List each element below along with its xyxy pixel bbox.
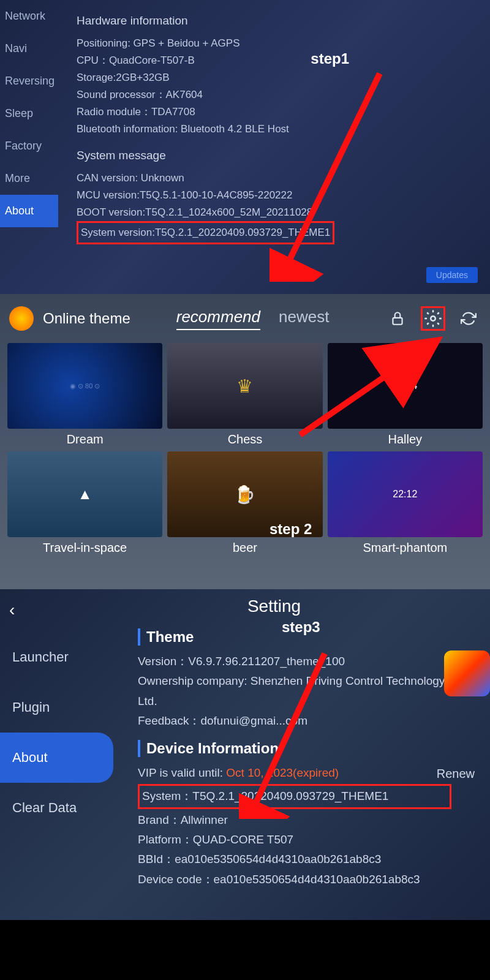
header-icons (385, 306, 481, 331)
tab-newest[interactable]: newest (279, 307, 329, 330)
step3-annotation: step3 (282, 619, 320, 636)
theme-setting-screen: ‹ Launcher Plugin About Clear Data Setti… (0, 589, 490, 920)
svg-line-7 (254, 654, 325, 807)
arrow-annotation-3 (239, 647, 337, 819)
svg-line-5 (300, 340, 438, 435)
settings-sidebar: Network Navi Reversing Sleep Factory Mor… (0, 0, 58, 294)
vip-label: VIP is valid until: (138, 766, 226, 779)
theme-preview-dream: ◉ ⊙ 80 ⊙ (7, 343, 162, 429)
theme-name-smart: Smart-phantom (328, 541, 483, 555)
back-icon[interactable]: ‹ (9, 600, 15, 620)
renew-button[interactable]: Renew (437, 763, 475, 784)
hardware-info-header: Hardware information (77, 14, 472, 28)
refresh-icon[interactable] (456, 306, 481, 331)
sidebar-item-about[interactable]: About (0, 733, 113, 783)
theme-preview-smart: 22:12 (328, 451, 483, 537)
online-theme-screen: Online theme recommend newest ◉ ⊙ 80 ⊙ D… (0, 294, 490, 589)
theme-card-travel[interactable]: ▲ Travel-in-space (7, 451, 162, 555)
sidebar-item-about[interactable]: About (0, 195, 58, 227)
arrow-annotation-1 (270, 67, 392, 282)
sidebar-item-plugin[interactable]: Plugin (0, 682, 119, 733)
theme-name-dream: Dream (7, 432, 162, 447)
sidebar-item-reversing[interactable]: Reversing (0, 65, 58, 97)
theme-card-beer[interactable]: 🍺 beer (167, 451, 322, 555)
theme-name-beer: beer (167, 541, 322, 555)
sidebar-item-more[interactable]: More (0, 162, 58, 195)
sidebar-item-factory[interactable]: Factory (0, 130, 58, 162)
step2-annotation: step 2 (270, 521, 312, 538)
cpu-info: CPU：QuadCore-T507-B (77, 52, 472, 69)
device-platform: Platform：QUAD-CORE T507 (138, 830, 472, 850)
svg-rect-2 (393, 318, 402, 325)
step1-annotation: step1 (311, 50, 349, 67)
svg-line-1 (288, 74, 380, 263)
theme-preview-travel: ▲ (7, 451, 162, 537)
theme-tabs: recommend newest (176, 307, 330, 330)
positioning-info: Positioning: GPS + Beidou + AGPS (77, 35, 472, 52)
tab-recommend[interactable]: recommend (176, 307, 260, 330)
sidebar-item-clear-data[interactable]: Clear Data (0, 783, 119, 833)
updates-button[interactable]: Updates (426, 267, 478, 283)
sidebar-item-launcher[interactable]: Launcher (0, 632, 119, 682)
theme-app-icon (444, 650, 490, 696)
device-bbid: BBId：ea010e5350654d4d4310aa0b261ab8c3 (138, 850, 472, 869)
sidebar-item-navi[interactable]: Navi (0, 32, 58, 65)
about-screen: Network Navi Reversing Sleep Factory Mor… (0, 0, 490, 294)
sidebar-item-sleep[interactable]: Sleep (0, 97, 58, 130)
theme-card-smart-phantom[interactable]: 22:12 Smart-phantom (328, 451, 483, 555)
setting-title: Setting (77, 597, 472, 616)
lock-icon[interactable] (385, 306, 410, 331)
settings-gear-icon[interactable] (421, 306, 445, 331)
device-code: Device code：ea010e5350654d4d4310aa0b261a… (138, 870, 472, 889)
svg-point-3 (431, 316, 435, 321)
theme-card-dream[interactable]: ◉ ⊙ 80 ⊙ Dream (7, 343, 162, 447)
arrow-annotation-2 (294, 331, 453, 441)
setting-sidebar: Launcher Plugin About Clear Data (0, 589, 119, 920)
theme-app-logo-icon (9, 306, 34, 331)
theme-name-travel: Travel-in-space (7, 541, 162, 555)
online-theme-title: Online theme (43, 310, 130, 327)
sidebar-item-network[interactable]: Network (0, 0, 58, 32)
